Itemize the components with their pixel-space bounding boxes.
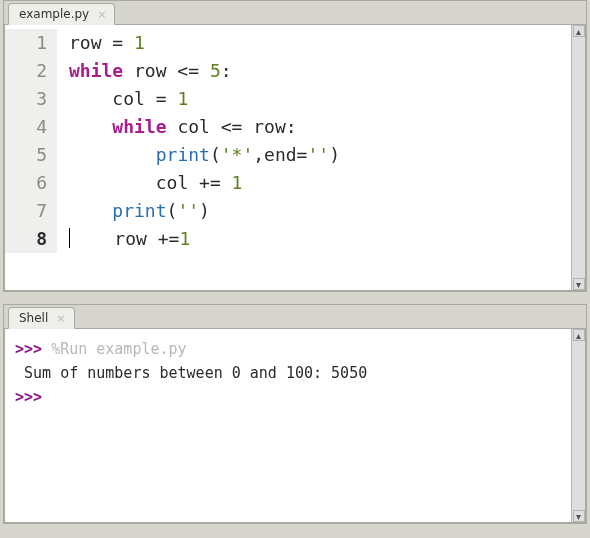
editor-tab-label: example.py — [19, 7, 89, 21]
line-number: 6 — [21, 169, 47, 197]
editor-tabbar: example.py × — [4, 1, 586, 25]
shell-input-line[interactable]: >>> — [15, 385, 565, 409]
code-line[interactable]: row = 1 — [69, 29, 340, 57]
editor-body: 12345678 row = 1while row <= 5: col = 1 … — [4, 25, 586, 291]
code-line[interactable]: while row <= 5: — [69, 57, 340, 85]
scroll-down-icon[interactable]: ▾ — [573, 278, 585, 290]
editor-tab[interactable]: example.py × — [8, 3, 115, 25]
line-number: 5 — [21, 141, 47, 169]
shell-scrollbar[interactable]: ▴ ▾ — [571, 329, 585, 522]
scroll-up-icon[interactable]: ▴ — [573, 25, 585, 37]
code-line[interactable]: col += 1 — [69, 169, 340, 197]
code-line[interactable]: print('*',end='') — [69, 141, 340, 169]
shell-tab[interactable]: Shell × — [8, 307, 75, 329]
line-number: 4 — [21, 113, 47, 141]
shell-text[interactable]: >>> %Run example.py Sum of numbers betwe… — [5, 329, 571, 419]
text-caret — [69, 228, 70, 248]
shell-tabbar: Shell × — [4, 305, 586, 329]
shell-body: >>> %Run example.py Sum of numbers betwe… — [4, 329, 586, 523]
editor-scrollbar[interactable]: ▴ ▾ — [571, 25, 585, 290]
shell-tab-label: Shell — [19, 311, 48, 325]
shell-line: Sum of numbers between 0 and 100: 5050 — [15, 361, 565, 385]
scroll-down-icon[interactable]: ▾ — [573, 510, 585, 522]
code-text[interactable]: row = 1while row <= 5: col = 1 while col… — [57, 29, 340, 253]
close-icon[interactable]: × — [97, 8, 106, 21]
code-line[interactable]: col = 1 — [69, 85, 340, 113]
line-number: 7 — [21, 197, 47, 225]
close-icon[interactable]: × — [56, 312, 65, 325]
line-number: 8 — [21, 225, 47, 253]
pane-splitter[interactable] — [0, 292, 590, 304]
line-number-gutter: 12345678 — [5, 29, 57, 253]
editor-pane: example.py × 12345678 row = 1while row <… — [3, 0, 587, 292]
scroll-up-icon[interactable]: ▴ — [573, 329, 585, 341]
shell-pane: Shell × >>> %Run example.py Sum of numbe… — [3, 304, 587, 524]
shell-line: >>> %Run example.py — [15, 337, 565, 361]
code-area[interactable]: 12345678 row = 1while row <= 5: col = 1 … — [5, 25, 571, 267]
line-number: 3 — [21, 85, 47, 113]
code-line[interactable]: row +=1 — [69, 225, 340, 253]
line-number: 2 — [21, 57, 47, 85]
code-line[interactable]: while col <= row: — [69, 113, 340, 141]
line-number: 1 — [21, 29, 47, 57]
code-line[interactable]: print('') — [69, 197, 340, 225]
